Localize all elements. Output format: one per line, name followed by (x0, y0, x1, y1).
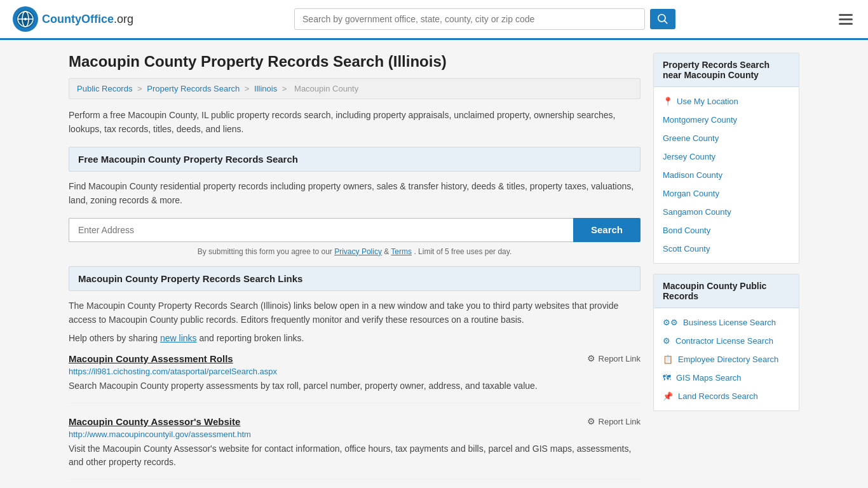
address-search-form: Search (69, 218, 641, 242)
report-link-button-0[interactable]: ⚙ Report Link (587, 353, 641, 363)
page-title: Macoupin County Property Records Search … (69, 53, 641, 71)
sidebar-link-jersey-county[interactable]: Jersey County (654, 147, 799, 166)
search-icon (658, 14, 668, 24)
free-search-description: Find Macoupin County residential propert… (69, 179, 641, 208)
gear-icon-contractor: ⚙ (663, 336, 670, 346)
wrench-icon-0: ⚙ (587, 353, 595, 363)
sidebar-link-sangamon-county[interactable]: Sangamon County (654, 203, 799, 221)
address-search-button[interactable]: Search (573, 218, 641, 242)
public-records-section-content: ⚙⚙ Business License Search ⚙ Contractor … (654, 308, 799, 410)
breadcrumb-current: Macoupin County (294, 84, 358, 93)
sidebar-link-montgomery-county[interactable]: Montgomery County (654, 111, 799, 129)
header-search-input[interactable] (294, 8, 645, 30)
wrench-icon-1: ⚙ (587, 416, 595, 426)
nearby-section-title: Property Records Search near Macoupin Co… (654, 53, 799, 87)
location-pin-icon: 📍 (663, 97, 673, 106)
sidebar: Property Records Search near Macoupin Co… (653, 53, 799, 488)
sidebar-link-contractor-license[interactable]: ⚙ Contractor License Search (654, 332, 799, 350)
new-links-link[interactable]: new links (160, 333, 197, 343)
nearby-section-content: 📍 Use My Location Montgomery County Gree… (654, 87, 799, 263)
public-records-section: Macoupin County Public Records ⚙⚙ Busine… (653, 274, 799, 411)
logo-icon (13, 6, 38, 32)
sidebar-link-business-license[interactable]: ⚙⚙ Business License Search (654, 313, 799, 332)
main-container: Macoupin County Property Records Search … (59, 40, 809, 488)
sidebar-link-bond-county[interactable]: Bond County (654, 221, 799, 240)
pin-icon: 📌 (663, 391, 673, 401)
report-link-button-1[interactable]: ⚙ Report Link (587, 416, 641, 426)
hamburger-line-2 (839, 18, 853, 20)
form-disclaimer: By submitting this form you agree to our… (69, 247, 641, 256)
logo-text: CountyOffice.org (42, 13, 133, 26)
gear-icon-business: ⚙⚙ (663, 318, 678, 327)
header-search-area (294, 8, 675, 30)
terms-link[interactable]: Terms (391, 247, 412, 256)
sidebar-link-land-records[interactable]: 📌 Land Records Search (654, 387, 799, 405)
link-item-1: Macoupin County Assessor's Website ⚙ Rep… (69, 416, 641, 480)
free-search-header: Free Macoupin County Property Records Se… (69, 147, 641, 172)
link-url-1[interactable]: http://www.macoupincountyil.gov/assessme… (69, 430, 641, 439)
link-item-title-1[interactable]: Macoupin County Assessor's Website (69, 416, 240, 427)
help-text: Help others by sharing new links and rep… (69, 333, 641, 343)
link-item-0: Macoupin County Assessment Rolls ⚙ Repor… (69, 353, 641, 403)
public-records-section-title: Macoupin County Public Records (654, 274, 799, 308)
privacy-policy-link[interactable]: Privacy Policy (334, 247, 382, 256)
sidebar-link-madison-county[interactable]: Madison County (654, 166, 799, 184)
hamburger-line-3 (839, 23, 853, 25)
page-description: Perform a free Macoupin County, IL publi… (69, 108, 641, 137)
site-header: CountyOffice.org (0, 0, 868, 40)
link-desc-1: Visit the Macoupin County Assessor's web… (69, 442, 641, 469)
sidebar-link-greene-county[interactable]: Greene County (654, 129, 799, 147)
breadcrumb-public-records[interactable]: Public Records (77, 84, 132, 93)
link-desc-0: Search Macoupin County property assessme… (69, 379, 641, 393)
content-area: Macoupin County Property Records Search … (69, 53, 641, 488)
address-search-input[interactable] (69, 218, 573, 242)
breadcrumb-illinois[interactable]: Illinois (254, 84, 277, 93)
links-section-header: Macoupin County Property Records Search … (69, 266, 641, 291)
link-item-title-0[interactable]: Macoupin County Assessment Rolls (69, 353, 233, 364)
hamburger-menu-button[interactable] (836, 11, 855, 27)
sidebar-link-gis-maps[interactable]: 🗺 GIS Maps Search (654, 369, 799, 387)
sidebar-link-morgan-county[interactable]: Morgan County (654, 184, 799, 203)
sidebar-link-scott-county[interactable]: Scott County (654, 240, 799, 258)
logo[interactable]: CountyOffice.org (13, 6, 133, 32)
use-my-location-link[interactable]: 📍 Use My Location (654, 92, 799, 111)
breadcrumb-property-records-search[interactable]: Property Records Search (147, 84, 240, 93)
hamburger-line-1 (839, 14, 853, 16)
svg-point-4 (24, 18, 27, 20)
nearby-section: Property Records Search near Macoupin Co… (653, 53, 799, 264)
links-description: The Macoupin County Property Records Sea… (69, 299, 641, 327)
book-icon: 📋 (663, 355, 673, 364)
breadcrumb: Public Records > Property Records Search… (69, 78, 641, 99)
map-icon: 🗺 (663, 373, 671, 383)
link-url-0[interactable]: https://il981.cichosting.com/atasportal/… (69, 367, 641, 376)
header-search-button[interactable] (650, 9, 675, 29)
sidebar-link-employee-directory[interactable]: 📋 Employee Directory Search (654, 350, 799, 369)
